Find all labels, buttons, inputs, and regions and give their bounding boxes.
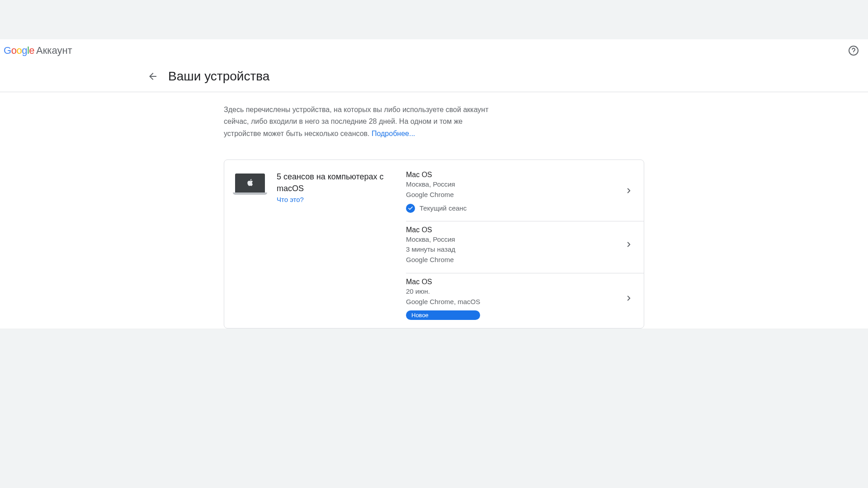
intro-paragraph: Здесь перечислены устройства, на которых… <box>224 92 500 140</box>
letterbox-top <box>0 0 868 39</box>
apple-icon <box>247 179 253 188</box>
intro-text: Здесь перечислены устройства, на которых… <box>224 106 489 137</box>
current-session-row: Текущий сеанс <box>406 204 467 213</box>
help-icon <box>848 45 859 56</box>
session-info: Mac OS Москва, Россия 3 минуты назад Goo… <box>406 226 455 265</box>
session-os: Mac OS <box>406 226 455 234</box>
laptop-icon <box>235 174 265 192</box>
session-info: Mac OS 20 июн. Google Chrome, macOS Ново… <box>406 278 480 320</box>
google-logo: Google <box>4 45 34 56</box>
session-app: Google Chrome <box>406 255 455 265</box>
sessions-list: Mac OS Москва, Россия Google Chrome Теку… <box>406 171 644 328</box>
letterbox-bottom <box>0 328 868 368</box>
session-row[interactable]: Mac OS Москва, Россия Google Chrome Теку… <box>406 171 644 221</box>
session-row[interactable]: Mac OS 20 июн. Google Chrome, macOS Ново… <box>406 273 644 328</box>
chevron-right-icon <box>625 294 633 304</box>
svg-point-0 <box>849 46 858 55</box>
session-location: Москва, Россия <box>406 179 467 189</box>
app-header: Google Аккаунт <box>0 39 868 62</box>
app-frame: Google Аккаунт Ваши устройства Здесь пер… <box>0 39 868 328</box>
current-session-label: Текущий сеанс <box>420 204 467 212</box>
help-button[interactable] <box>844 42 863 60</box>
account-product-label: Аккаунт <box>36 45 72 56</box>
page-header: Ваши устройства <box>0 62 868 92</box>
device-summary: 5 сеансов на компьютерах с macOS Что это… <box>277 171 394 328</box>
chevron-right-icon <box>625 187 633 197</box>
device-group-title: 5 сеансов на компьютерах с macOS <box>277 171 394 194</box>
chevron-right-icon <box>625 240 633 250</box>
device-icon-wrap <box>235 171 265 328</box>
back-button[interactable] <box>145 68 161 84</box>
what-is-this-link[interactable]: Что это? <box>277 196 304 203</box>
page-title: Ваши устройства <box>168 69 269 84</box>
svg-point-1 <box>853 53 854 53</box>
session-app: Google Chrome <box>406 190 467 200</box>
session-info: Mac OS Москва, Россия Google Chrome Теку… <box>406 171 467 213</box>
new-badge: Новое <box>406 310 480 320</box>
session-location: Москва, Россия <box>406 235 455 244</box>
session-os: Mac OS <box>406 278 480 286</box>
session-app: Google Chrome, macOS <box>406 297 480 307</box>
content-area: Здесь перечислены устройства, на которых… <box>224 92 644 328</box>
device-group-card: 5 сеансов на компьютерах с macOS Что это… <box>224 160 644 328</box>
laptop-base <box>233 192 267 195</box>
logo-block[interactable]: Google Аккаунт <box>4 45 72 56</box>
arrow-left-icon <box>147 71 158 82</box>
session-date: 20 июн. <box>406 286 480 296</box>
learn-more-link[interactable]: Подробнее... <box>372 130 415 137</box>
session-time: 3 минуты назад <box>406 244 455 254</box>
session-os: Mac OS <box>406 171 467 179</box>
session-row[interactable]: Mac OS Москва, Россия 3 минуты назад Goo… <box>406 221 644 273</box>
check-icon <box>406 204 415 213</box>
